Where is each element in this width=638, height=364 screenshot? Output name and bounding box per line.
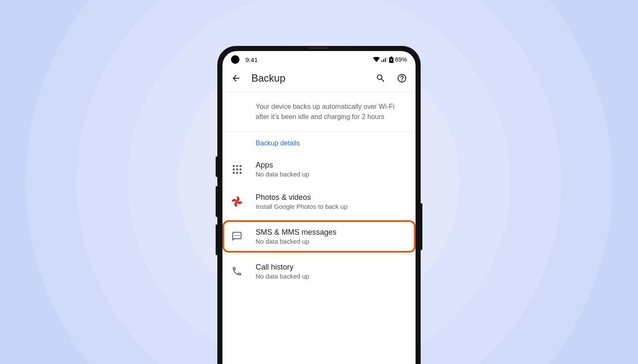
search-button[interactable]: [375, 72, 387, 84]
backup-info-text: Your device backs up automatically over …: [222, 92, 416, 131]
svg-rect-4: [390, 57, 392, 57]
list-item-subtitle: No data backed up: [256, 273, 406, 280]
svg-rect-3: [387, 57, 387, 62]
status-battery-text: 69%: [395, 56, 407, 63]
svg-point-8: [236, 235, 238, 236]
list-item-subtitle: No data backed up: [256, 171, 406, 178]
list-item-title: SMS & MMS messages: [256, 228, 406, 237]
help-button[interactable]: [396, 72, 408, 84]
svg-rect-0: [382, 60, 382, 62]
back-button[interactable]: [230, 72, 242, 84]
svg-rect-2: [385, 58, 386, 62]
list-item-title: Photos & videos: [256, 193, 406, 202]
svg-point-9: [238, 235, 239, 236]
section-header-backup-details: Backup details: [222, 132, 416, 153]
arrow-back-icon: [231, 73, 241, 83]
wifi-icon: [373, 57, 380, 62]
list-item-photos[interactable]: Photos & videos Install Google Photos to…: [222, 185, 416, 218]
list-item-title: Call history: [256, 263, 406, 272]
list-item-title: Apps: [256, 161, 406, 170]
cellular-icon: [382, 57, 387, 62]
messages-icon: [228, 231, 245, 242]
list-item-call-history[interactable]: Call history No data backed up: [222, 255, 416, 287]
list-item-subtitle: No data backed up: [256, 238, 406, 245]
apps-icon: [228, 165, 245, 174]
battery-icon: [389, 57, 393, 63]
phone-screen: 9:41: [222, 51, 416, 364]
page-title: Backup: [251, 72, 365, 84]
phone-icon: [228, 266, 245, 277]
list-item-apps[interactable]: Apps No data backed up: [222, 153, 416, 185]
camera-punch: [231, 55, 239, 64]
app-bar: Backup: [222, 68, 416, 92]
search-icon: [376, 73, 386, 83]
status-bar: 9:41: [222, 51, 416, 68]
photos-icon: [228, 196, 245, 207]
list-item-subtitle: Install Google Photos to back up: [256, 203, 406, 210]
svg-rect-1: [383, 59, 384, 62]
svg-point-7: [234, 235, 236, 236]
status-time: 9:41: [245, 56, 258, 63]
phone-frame: 9:41: [217, 46, 421, 364]
help-icon: [397, 73, 407, 83]
list-item-sms[interactable]: SMS & MMS messages No data backed up: [222, 220, 416, 253]
